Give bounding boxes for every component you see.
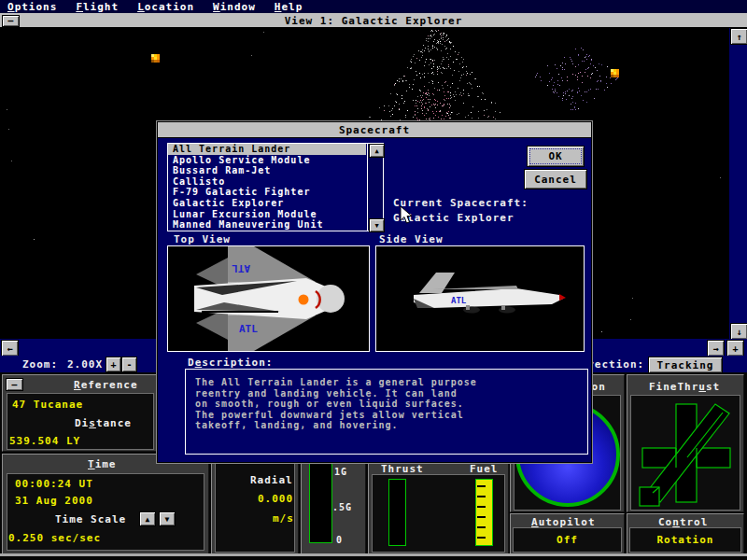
autopilot-value: Off xyxy=(514,534,621,546)
menu-bar: OptionsFlightLocationWindowHelp xyxy=(0,0,747,13)
list-scrollbar[interactable]: ▲ ▼ xyxy=(367,144,383,231)
distance-value: 539.504 LY xyxy=(9,435,80,447)
menu-item-flight[interactable]: Flight xyxy=(76,1,119,13)
description-box: The All Terrain Lander is a general purp… xyxy=(185,369,588,455)
scroll-up-button[interactable]: ↑ xyxy=(730,28,747,45)
reference-value: 47 Tucanae xyxy=(12,399,83,411)
time-scale-value: 0.250 sec/sec xyxy=(8,532,101,544)
list-item[interactable]: Manned Maneuvering Unit xyxy=(168,219,366,231)
menu-item-window[interactable]: Window xyxy=(213,1,256,13)
list-item[interactable]: Apollo Service Module xyxy=(168,155,366,166)
side-view-label: Side View xyxy=(379,233,444,245)
zoom-out-button[interactable]: - xyxy=(121,357,137,372)
time-scale-up-button[interactable]: ▲ xyxy=(139,511,156,526)
description-line: takeoff, landing, and hovering. xyxy=(195,420,587,431)
orange-star xyxy=(613,72,616,75)
control-panel: Control Rotation xyxy=(627,513,744,554)
accel-gauge xyxy=(309,462,332,543)
list-item[interactable]: Lunar Excursion Module xyxy=(168,209,366,220)
list-item[interactable]: Bussard Ram-Jet xyxy=(168,165,366,176)
list-item[interactable]: F-79 Galactic Fighter xyxy=(168,187,366,198)
menu-item-help[interactable]: Help xyxy=(275,1,303,13)
ok-button[interactable]: OK xyxy=(527,146,585,167)
list-item[interactable]: All Terrain Lander xyxy=(168,144,366,155)
description-label: Description: xyxy=(188,357,273,369)
spacecraft-listbox[interactable]: All Terrain LanderApollo Service ModuleB… xyxy=(167,143,384,231)
zoom-in-button[interactable]: + xyxy=(106,357,121,372)
dialog-title: Spacecraft xyxy=(158,124,591,136)
mouse-cursor xyxy=(400,205,413,225)
control-value: Rotation xyxy=(630,534,740,546)
window-title: View 1: Galactic Explorer xyxy=(0,15,747,27)
window-title-bar[interactable]: − View 1: Galactic Explorer xyxy=(0,13,747,28)
view-center-button[interactable]: + xyxy=(726,340,744,357)
svg-text:ATL: ATL xyxy=(451,296,467,305)
description-line: The powerful downward jets allow vertica… xyxy=(195,410,587,421)
time-clock: 00:00:24 UT xyxy=(15,478,93,490)
dialog-title-bar[interactable]: Spacecraft xyxy=(158,122,591,138)
svg-text:ATL: ATL xyxy=(239,323,258,335)
direction-tracking-button[interactable]: Tracking xyxy=(648,357,723,373)
scroll-down-button[interactable]: ↓ xyxy=(730,323,747,340)
top-view-image: ATL ATL xyxy=(167,245,370,352)
radial-unit: m/s xyxy=(273,512,294,525)
cancel-button[interactable]: Cancel xyxy=(524,169,587,189)
finethrust-control[interactable] xyxy=(631,396,740,510)
list-scroll-up-button[interactable]: ▲ xyxy=(369,144,385,158)
current-spacecraft-label: Current Spacecraft: xyxy=(393,197,529,209)
autopilot-panel: Autopilot Off xyxy=(510,513,625,554)
zoom-value: 2.00X xyxy=(67,358,103,371)
top-view-label: Top View xyxy=(174,233,231,245)
time-date: 31 Aug 2000 xyxy=(15,495,93,507)
distance-label: Distance xyxy=(75,417,132,429)
scroll-left-button[interactable]: ← xyxy=(1,340,19,357)
orange-star xyxy=(154,57,157,60)
autopilot-value-box[interactable]: Off xyxy=(513,527,622,553)
time-scale-label: Time Scale xyxy=(55,513,126,525)
reference-label: Reference xyxy=(74,379,138,391)
time-panel: Time 00:00:24 UT 31 Aug 2000 Time Scale … xyxy=(2,454,209,554)
time-label: Time xyxy=(88,458,117,470)
list-scroll-down-button[interactable]: ▼ xyxy=(369,218,385,232)
time-scale-down-button[interactable]: ▼ xyxy=(159,511,176,526)
reference-panel: − Reference 47 Tucanae Distance 539.504 … xyxy=(2,374,157,452)
menu-item-options[interactable]: Options xyxy=(7,1,57,13)
scroll-right-button[interactable]: → xyxy=(707,340,725,357)
list-item[interactable]: Galactic Explorer xyxy=(168,198,366,209)
description-line: The All Terrain Lander is a general purp… xyxy=(195,377,587,388)
radial-label: Radial xyxy=(250,474,293,486)
description-line: reentry and landing vehicle. It can land xyxy=(195,388,587,399)
svg-text:ATL: ATL xyxy=(232,262,250,274)
finethrust-panel: FineThrust xyxy=(627,374,744,512)
zoom-label: Zoom: xyxy=(22,358,58,371)
control-value-box[interactable]: Rotation xyxy=(629,527,741,553)
thrust-gauge xyxy=(388,479,406,546)
space-simulator-screen: OptionsFlightLocationWindowHelp − View 1… xyxy=(0,0,747,560)
spacecraft-dialog: Spacecraft All Terrain LanderApollo Serv… xyxy=(157,121,592,463)
fuel-gauge xyxy=(475,479,493,546)
menu-item-location[interactable]: Location xyxy=(137,1,194,13)
vertical-scrollbar[interactable]: ↑ ↓ xyxy=(729,28,747,339)
panel-minimize-button[interactable]: − xyxy=(6,378,23,391)
radial-value: 0.000 xyxy=(258,493,293,505)
panel-bottom-bezel xyxy=(0,553,747,556)
list-item[interactable]: Callisto xyxy=(168,176,366,188)
description-line: on smooth, rough or even liquid surfaces… xyxy=(195,399,587,410)
side-view-image: ATL xyxy=(375,245,585,352)
finethrust-label: FineThrust xyxy=(649,381,720,393)
